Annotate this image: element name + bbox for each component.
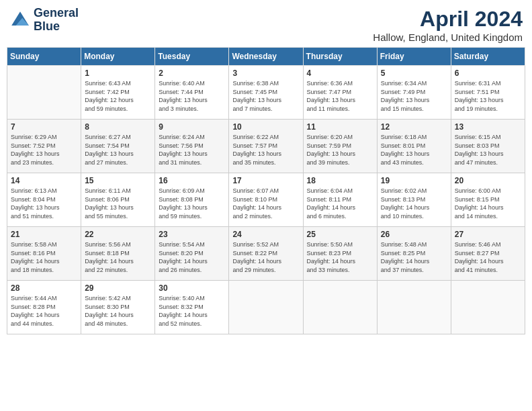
calendar-cell: 22Sunrise: 5:56 AM Sunset: 8:18 PM Dayli… bbox=[81, 227, 155, 281]
day-number: 15 bbox=[85, 176, 151, 185]
calendar-week-row: 1Sunrise: 6:43 AM Sunset: 7:42 PM Daylig… bbox=[7, 66, 525, 120]
calendar-cell: 29Sunrise: 5:42 AM Sunset: 8:30 PM Dayli… bbox=[81, 281, 155, 334]
cell-info: Sunrise: 6:29 AM Sunset: 7:52 PM Dayligh… bbox=[11, 133, 77, 167]
weekday-header: Saturday bbox=[451, 48, 525, 66]
day-number: 3 bbox=[232, 68, 299, 78]
cell-info: Sunrise: 6:22 AM Sunset: 7:57 PM Dayligh… bbox=[232, 133, 299, 167]
calendar-cell: 6Sunrise: 6:31 AM Sunset: 7:51 PM Daylig… bbox=[451, 66, 525, 120]
calendar-cell: 2Sunrise: 6:40 AM Sunset: 7:44 PM Daylig… bbox=[155, 66, 229, 120]
title-block: April 2024 Hallow, England, United Kingd… bbox=[373, 7, 523, 43]
day-number: 30 bbox=[159, 283, 225, 293]
cell-info: Sunrise: 6:11 AM Sunset: 8:06 PM Dayligh… bbox=[85, 187, 151, 220]
cell-info: Sunrise: 5:58 AM Sunset: 8:16 PM Dayligh… bbox=[11, 240, 77, 274]
cell-info: Sunrise: 6:24 AM Sunset: 7:56 PM Dayligh… bbox=[159, 133, 225, 167]
calendar-cell: 18Sunrise: 6:04 AM Sunset: 8:11 PM Dayli… bbox=[303, 173, 377, 227]
calendar-cell: 26Sunrise: 5:48 AM Sunset: 8:25 PM Dayli… bbox=[377, 227, 451, 281]
cell-info: Sunrise: 5:42 AM Sunset: 8:30 PM Dayligh… bbox=[85, 294, 151, 328]
cell-info: Sunrise: 5:50 AM Sunset: 8:23 PM Dayligh… bbox=[307, 240, 373, 274]
cell-info: Sunrise: 6:43 AM Sunset: 7:42 PM Dayligh… bbox=[85, 79, 151, 113]
cell-info: Sunrise: 6:13 AM Sunset: 8:04 PM Dayligh… bbox=[11, 187, 77, 220]
calendar-cell: 11Sunrise: 6:20 AM Sunset: 7:59 PM Dayli… bbox=[303, 120, 377, 173]
day-number: 19 bbox=[381, 176, 447, 185]
logo: General Blue bbox=[9, 7, 79, 34]
calendar-cell: 16Sunrise: 6:09 AM Sunset: 8:08 PM Dayli… bbox=[155, 173, 229, 227]
calendar-cell: 3Sunrise: 6:38 AM Sunset: 7:45 PM Daylig… bbox=[229, 66, 303, 120]
cell-info: Sunrise: 6:34 AM Sunset: 7:49 PM Dayligh… bbox=[381, 79, 447, 113]
calendar-cell: 27Sunrise: 5:46 AM Sunset: 8:27 PM Dayli… bbox=[451, 227, 525, 281]
calendar-cell: 28Sunrise: 5:44 AM Sunset: 8:28 PM Dayli… bbox=[7, 281, 81, 334]
calendar-week-row: 21Sunrise: 5:58 AM Sunset: 8:16 PM Dayli… bbox=[7, 227, 525, 281]
cell-info: Sunrise: 6:00 AM Sunset: 8:15 PM Dayligh… bbox=[455, 187, 521, 220]
calendar-cell: 10Sunrise: 6:22 AM Sunset: 7:57 PM Dayli… bbox=[229, 120, 303, 173]
page-header: General Blue April 2024 Hallow, England,… bbox=[7, 7, 525, 43]
calendar-cell bbox=[377, 281, 451, 334]
cell-info: Sunrise: 6:02 AM Sunset: 8:13 PM Dayligh… bbox=[381, 187, 447, 220]
cell-info: Sunrise: 6:38 AM Sunset: 7:45 PM Dayligh… bbox=[232, 79, 299, 113]
weekday-header: Wednesday bbox=[229, 48, 303, 66]
cell-info: Sunrise: 6:09 AM Sunset: 8:08 PM Dayligh… bbox=[159, 187, 225, 220]
calendar-cell: 12Sunrise: 6:18 AM Sunset: 8:01 PM Dayli… bbox=[377, 120, 451, 173]
day-number: 11 bbox=[307, 122, 373, 132]
cell-info: Sunrise: 5:46 AM Sunset: 8:27 PM Dayligh… bbox=[455, 240, 521, 274]
day-number: 24 bbox=[232, 230, 299, 239]
cell-info: Sunrise: 6:04 AM Sunset: 8:11 PM Dayligh… bbox=[307, 187, 373, 220]
logo-text: General Blue bbox=[34, 7, 79, 34]
cell-info: Sunrise: 5:44 AM Sunset: 8:28 PM Dayligh… bbox=[11, 294, 77, 328]
calendar-week-row: 7Sunrise: 6:29 AM Sunset: 7:52 PM Daylig… bbox=[7, 120, 525, 173]
calendar-cell: 21Sunrise: 5:58 AM Sunset: 8:16 PM Dayli… bbox=[7, 227, 81, 281]
calendar-cell: 30Sunrise: 5:40 AM Sunset: 8:32 PM Dayli… bbox=[155, 281, 229, 334]
day-number: 4 bbox=[307, 68, 373, 78]
day-number: 14 bbox=[11, 176, 77, 185]
day-number: 25 bbox=[307, 230, 373, 239]
calendar-table: SundayMondayTuesdayWednesdayThursdayFrid… bbox=[7, 47, 525, 334]
day-number: 28 bbox=[11, 283, 77, 293]
calendar-cell: 5Sunrise: 6:34 AM Sunset: 7:49 PM Daylig… bbox=[377, 66, 451, 120]
cell-info: Sunrise: 6:18 AM Sunset: 8:01 PM Dayligh… bbox=[381, 133, 447, 167]
calendar-header-row: SundayMondayTuesdayWednesdayThursdayFrid… bbox=[7, 48, 525, 66]
calendar-cell: 9Sunrise: 6:24 AM Sunset: 7:56 PM Daylig… bbox=[155, 120, 229, 173]
cell-info: Sunrise: 5:48 AM Sunset: 8:25 PM Dayligh… bbox=[381, 240, 447, 274]
calendar-cell: 7Sunrise: 6:29 AM Sunset: 7:52 PM Daylig… bbox=[7, 120, 81, 173]
month-title: April 2024 bbox=[373, 7, 523, 32]
day-number: 2 bbox=[159, 68, 225, 78]
cell-info: Sunrise: 6:36 AM Sunset: 7:47 PM Dayligh… bbox=[307, 79, 373, 113]
cell-info: Sunrise: 6:15 AM Sunset: 8:03 PM Dayligh… bbox=[455, 133, 521, 167]
calendar-cell bbox=[7, 66, 81, 120]
calendar-cell bbox=[229, 281, 303, 334]
day-number: 16 bbox=[159, 176, 225, 185]
day-number: 6 bbox=[455, 68, 521, 78]
calendar-body: 1Sunrise: 6:43 AM Sunset: 7:42 PM Daylig… bbox=[7, 66, 525, 334]
day-number: 18 bbox=[307, 176, 373, 185]
day-number: 5 bbox=[381, 68, 447, 78]
day-number: 22 bbox=[85, 230, 151, 239]
calendar-cell bbox=[451, 281, 525, 334]
day-number: 1 bbox=[85, 68, 151, 78]
calendar-cell: 1Sunrise: 6:43 AM Sunset: 7:42 PM Daylig… bbox=[81, 66, 155, 120]
day-number: 26 bbox=[381, 230, 447, 239]
weekday-header: Friday bbox=[377, 48, 451, 66]
cell-info: Sunrise: 5:40 AM Sunset: 8:32 PM Dayligh… bbox=[159, 294, 225, 328]
day-number: 10 bbox=[232, 122, 299, 132]
weekday-header: Monday bbox=[81, 48, 155, 66]
day-number: 12 bbox=[381, 122, 447, 132]
calendar-cell bbox=[303, 281, 377, 334]
calendar-cell: 17Sunrise: 6:07 AM Sunset: 8:10 PM Dayli… bbox=[229, 173, 303, 227]
weekday-header: Thursday bbox=[303, 48, 377, 66]
calendar-cell: 4Sunrise: 6:36 AM Sunset: 7:47 PM Daylig… bbox=[303, 66, 377, 120]
day-number: 13 bbox=[455, 122, 521, 132]
cell-info: Sunrise: 6:27 AM Sunset: 7:54 PM Dayligh… bbox=[85, 133, 151, 167]
day-number: 17 bbox=[232, 176, 299, 185]
calendar-cell: 8Sunrise: 6:27 AM Sunset: 7:54 PM Daylig… bbox=[81, 120, 155, 173]
cell-info: Sunrise: 6:31 AM Sunset: 7:51 PM Dayligh… bbox=[455, 79, 521, 113]
calendar-cell: 23Sunrise: 5:54 AM Sunset: 8:20 PM Dayli… bbox=[155, 227, 229, 281]
calendar-cell: 20Sunrise: 6:00 AM Sunset: 8:15 PM Dayli… bbox=[451, 173, 525, 227]
weekday-header: Tuesday bbox=[155, 48, 229, 66]
calendar-cell: 25Sunrise: 5:50 AM Sunset: 8:23 PM Dayli… bbox=[303, 227, 377, 281]
day-number: 29 bbox=[85, 283, 151, 293]
calendar-cell: 24Sunrise: 5:52 AM Sunset: 8:22 PM Dayli… bbox=[229, 227, 303, 281]
weekday-header: Sunday bbox=[7, 48, 81, 66]
calendar-cell: 14Sunrise: 6:13 AM Sunset: 8:04 PM Dayli… bbox=[7, 173, 81, 227]
cell-info: Sunrise: 5:52 AM Sunset: 8:22 PM Dayligh… bbox=[232, 240, 299, 274]
logo-icon bbox=[9, 9, 31, 31]
calendar-cell: 13Sunrise: 6:15 AM Sunset: 8:03 PM Dayli… bbox=[451, 120, 525, 173]
